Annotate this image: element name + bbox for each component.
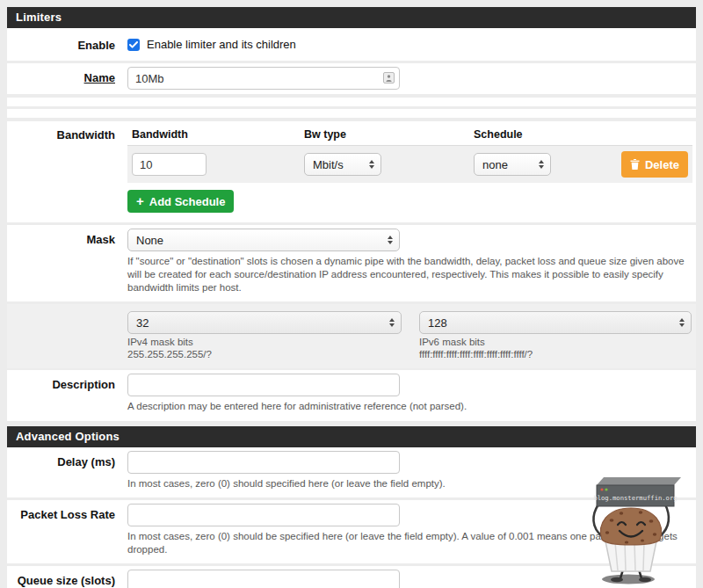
description-input[interactable]	[127, 374, 400, 396]
queue-size-input[interactable]	[127, 570, 400, 588]
ipv6-mask-select[interactable]: 128	[419, 311, 692, 334]
add-schedule-button[interactable]: Add Schedule	[127, 190, 234, 213]
ipv4-mask-help: IPv4 mask bits 255.255.255.255/?	[127, 336, 419, 360]
col-bw-type: Bw type	[304, 128, 474, 141]
name-label: Name	[7, 63, 127, 94]
enable-label: Enable	[7, 33, 127, 55]
bandwidth-label: Bandwidth	[7, 124, 127, 217]
mask-bits-row: 32 IPv4 mask bits 255.255.255.255/? 128	[7, 304, 696, 368]
mask-select[interactable]: None	[127, 229, 400, 251]
empty-row	[7, 98, 696, 106]
autofill-icon[interactable]	[383, 72, 395, 83]
col-schedule: Schedule	[474, 128, 692, 141]
bandwidth-table-header: Bandwidth Bw type Schedule	[127, 126, 692, 146]
enable-row: Enable Enable limiter and its children	[7, 28, 696, 61]
description-label: Description	[7, 370, 127, 417]
col-bandwidth: Bandwidth	[132, 128, 304, 141]
ipv4-mask-select[interactable]: 32	[127, 311, 402, 334]
packet-loss-help: In most cases, zero (0) should be specif…	[127, 530, 692, 556]
name-input[interactable]	[127, 67, 400, 90]
limiter-edit-page: Limiters Enable Enable limiter and its c…	[0, 0, 703, 588]
bandwidth-table-row: Mbit/s none Delete	[127, 146, 692, 183]
check-icon	[129, 41, 138, 48]
enable-checkbox[interactable]	[127, 39, 140, 51]
description-help: A description may be entered here for ad…	[127, 400, 692, 413]
delay-input[interactable]	[127, 451, 400, 474]
advanced-options-header: Advanced Options	[7, 426, 696, 447]
ipv6-mask-help: IPv6 mask bits ffff:ffff:ffff:ffff:ffff:…	[419, 336, 692, 360]
mask-label: Mask	[7, 225, 127, 299]
queue-size-row: Queue size (slots) In most cases, the fi…	[7, 566, 696, 588]
delay-label: Delay (ms)	[7, 447, 127, 495]
select-arrows-icon	[388, 236, 393, 244]
packet-loss-input[interactable]	[127, 504, 400, 526]
delete-bandwidth-button[interactable]: Delete	[621, 151, 688, 178]
bandwidth-row: Bandwidth Bandwidth Bw type Schedule Mbi…	[7, 121, 696, 222]
enable-checkbox-label[interactable]: Enable limiter and its children	[147, 38, 296, 51]
name-row: Name	[7, 63, 696, 94]
empty-row	[7, 109, 696, 118]
select-arrows-icon	[679, 318, 685, 327]
plus-icon	[136, 194, 144, 208]
packet-loss-label: Packet Loss Rate	[7, 500, 127, 561]
delay-help: In most cases, zero (0) should specified…	[127, 477, 692, 490]
limiters-panel: Limiters Enable Enable limiter and its c…	[7, 7, 696, 421]
limiters-panel-header: Limiters	[7, 7, 696, 28]
packet-loss-row: Packet Loss Rate In most cases, zero (0)…	[7, 500, 696, 563]
trash-icon	[630, 159, 640, 170]
advanced-options-panel: Advanced Options Delay (ms) In most case…	[7, 426, 696, 588]
bw-type-select[interactable]: Mbit/s	[304, 153, 381, 176]
delay-row: Delay (ms) In most cases, zero (0) shoul…	[7, 447, 696, 497]
select-arrows-icon	[539, 160, 544, 169]
bandwidth-input[interactable]	[132, 153, 207, 176]
schedule-select[interactable]: none	[474, 153, 551, 176]
select-arrows-icon	[389, 318, 395, 327]
queue-size-label: Queue size (slots)	[7, 566, 127, 588]
mask-help: If "source" or "destination" slots is ch…	[127, 255, 692, 294]
mask-row: Mask None If "source" or "destination" s…	[7, 225, 696, 301]
select-arrows-icon	[369, 160, 374, 169]
description-row: Description A description may be entered…	[7, 370, 696, 421]
